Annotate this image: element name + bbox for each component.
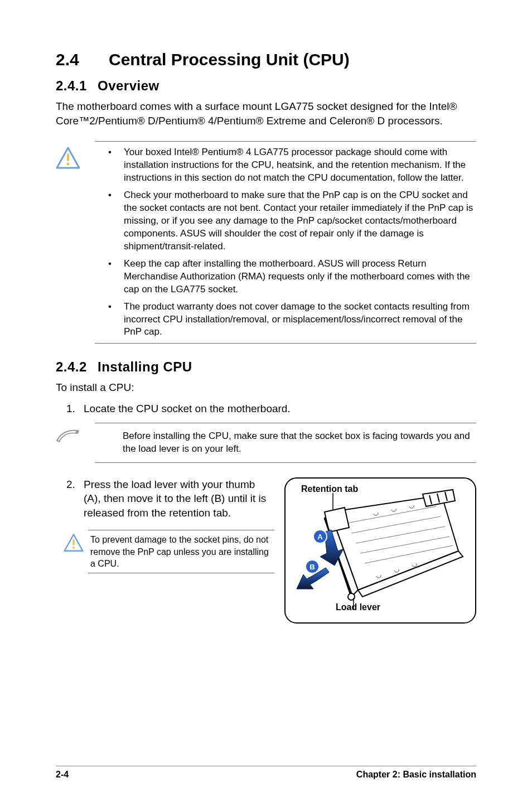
page-title: 2.4Central Processing Unit (CPU)	[56, 50, 476, 69]
step-1: Locate the CPU socket on the motherboard…	[78, 402, 476, 416]
note-content: Before installing the CPU, make sure tha…	[95, 423, 476, 463]
figure-badge-b: B	[309, 563, 315, 571]
svg-point-3	[72, 547, 75, 549]
figure-label-load-lever: Load lever	[336, 601, 380, 613]
subsection-installing: 2.4.2Installing CPU	[56, 359, 476, 375]
subsection-number-2: 2.4.2	[56, 359, 98, 375]
svg-rect-2	[72, 539, 74, 545]
page-footer: 2-4 Chapter 2: Basic installation	[56, 766, 476, 780]
note-icon-col	[56, 423, 95, 445]
caution-icon-col	[56, 141, 95, 169]
footer-page-number: 2-4	[56, 770, 69, 780]
overview-paragraph: The motherboard comes with a surface mou…	[56, 99, 476, 128]
section-heading: Central Processing Unit (CPU)	[109, 50, 350, 69]
caution-item-3: Keep the cap after installing the mother…	[114, 258, 476, 296]
caution-inline-text: To prevent damage to the socket pins, do…	[88, 530, 274, 573]
footer-chapter: Chapter 2: Basic installation	[356, 770, 476, 780]
caution-triangle-icon	[64, 533, 84, 552]
svg-point-1	[67, 163, 70, 166]
figure-cpu-socket: Retention tab	[284, 477, 476, 624]
note-text: Before installing the CPU, make sure tha…	[95, 428, 476, 458]
subsection-number: 2.4.1	[56, 78, 98, 94]
subsection-heading: Overview	[98, 78, 159, 93]
caution-content: Your boxed Intel® Pentium® 4 LGA775 proc…	[95, 141, 476, 344]
caution-item-2: Check your motherboard to make sure that…	[114, 189, 476, 253]
caution-callout-main: Your boxed Intel® Pentium® 4 LGA775 proc…	[56, 141, 476, 344]
socket-illustration: A B	[286, 479, 475, 622]
svg-rect-0	[67, 153, 69, 161]
install-intro: To install a CPU:	[56, 380, 476, 395]
subsection-overview: 2.4.1Overview	[56, 78, 476, 94]
subsection-heading-2: Installing CPU	[98, 359, 192, 374]
caution-item-4: The product warranty does not cover dama…	[114, 301, 476, 339]
pencil-note-icon	[56, 428, 80, 445]
step-2: Press the load lever with your thumb (A)…	[78, 477, 476, 624]
section-number: 2.4	[56, 50, 109, 69]
step-2-text: Press the load lever with your thumb (A)…	[84, 479, 266, 519]
caution-callout-inline: To prevent damage to the socket pins, do…	[64, 530, 274, 573]
note-callout: Before installing the CPU, make sure tha…	[56, 423, 476, 463]
figure-label-retention-tab: Retention tab	[301, 483, 358, 495]
caution-item-1: Your boxed Intel® Pentium® 4 LGA775 proc…	[114, 146, 476, 185]
caution-triangle-icon	[56, 147, 80, 169]
figure-badge-a: A	[317, 533, 323, 541]
